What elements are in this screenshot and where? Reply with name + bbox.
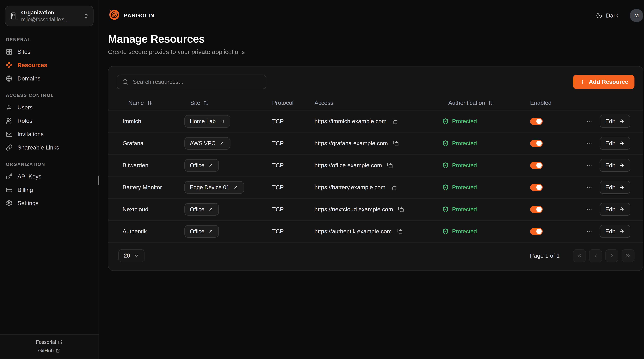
site-name: Home Lab [190, 118, 216, 124]
arrow-up-right-icon [233, 185, 238, 190]
resource-name: Authentik [122, 228, 184, 235]
protocol: TCP [272, 184, 314, 191]
resource-name: Grafana [122, 140, 184, 147]
site-link-button[interactable]: Office [184, 225, 219, 238]
pagination-next-button[interactable] [605, 249, 618, 262]
site-cell: Office [184, 159, 272, 172]
enabled-toggle[interactable] [530, 228, 543, 235]
sidebar-item-domains[interactable]: Domains [6, 72, 92, 85]
column-header-authentication[interactable]: Authentication [442, 100, 530, 106]
enabled-toggle[interactable] [530, 140, 543, 147]
edit-button[interactable]: Edit [600, 159, 630, 172]
plus-icon [579, 79, 586, 85]
pagination-first-button[interactable] [573, 249, 586, 262]
arrow-right-icon [619, 228, 624, 234]
copy-url-button[interactable] [392, 140, 400, 147]
column-label: Name [128, 100, 144, 106]
edit-button[interactable]: Edit [600, 203, 630, 216]
edit-button[interactable]: Edit [600, 181, 630, 194]
row-menu-button[interactable] [584, 182, 594, 192]
enabled-toggle[interactable] [530, 162, 543, 169]
access-cell: https://grafana.example.com [314, 140, 442, 147]
pagination-prev-button[interactable] [589, 249, 602, 262]
sidebar-item-settings[interactable]: Settings [6, 196, 92, 210]
column-header-name[interactable]: Name [122, 100, 184, 106]
arrow-right-icon [619, 206, 624, 212]
site-link-button[interactable]: Office [184, 159, 219, 172]
enabled-toggle[interactable] [530, 118, 543, 125]
row-menu-button[interactable] [584, 116, 594, 126]
sidebar-item-billing[interactable]: Billing [6, 183, 92, 197]
edit-button[interactable]: Edit [600, 137, 630, 150]
chevron-down-icon [134, 253, 139, 258]
org-switcher[interactable]: Organization milo@fossorial.io's ... [5, 6, 94, 26]
footer-link-fossorial[interactable]: Fossorial [36, 339, 63, 345]
section-title-organization: ORGANIZATION [6, 162, 92, 167]
edit-button[interactable]: Edit [600, 225, 630, 238]
shield-check-icon [442, 206, 448, 212]
table-row: Battery Monitor Edge Device 01 TCP https… [108, 176, 643, 198]
copy-url-button[interactable] [391, 118, 398, 125]
footer-link-github[interactable]: GitHub [38, 348, 60, 354]
rows-per-page-select[interactable]: 20 [118, 249, 144, 262]
enabled-cell: Edit [530, 115, 630, 128]
site-link-button[interactable]: Home Lab [184, 115, 230, 128]
sidebar-item-label: API Keys [18, 173, 41, 180]
table-row: Bitwarden Office TCP https://office.exam… [108, 154, 643, 176]
resource-name: Battery Monitor [122, 184, 184, 191]
page-title: Manage Resources [108, 33, 642, 45]
sidebar-item-label: Billing [18, 186, 33, 193]
auth-status: Protected [452, 118, 477, 125]
row-menu-button[interactable] [584, 160, 594, 170]
external-link-icon [58, 340, 62, 344]
copy-url-button[interactable] [390, 184, 397, 191]
sidebar-item-shareable-links[interactable]: Shareable Links [6, 141, 92, 154]
row-actions: Edit [584, 203, 630, 216]
site-link-button[interactable]: AWS VPC [184, 137, 230, 150]
search-input[interactable] [132, 78, 261, 86]
copy-icon [390, 184, 396, 190]
copy-url-button[interactable] [396, 228, 404, 235]
resources-card: Add Resource Name Site Protocol Access [108, 66, 643, 271]
waypoints-icon [6, 62, 12, 68]
pagination-last-button[interactable] [622, 249, 634, 262]
auth-cell: Protected [442, 206, 530, 213]
sidebar-item-users[interactable]: Users [6, 101, 92, 114]
sidebar-item-label: Sites [18, 48, 30, 55]
sidebar-item-roles[interactable]: Roles [6, 114, 92, 128]
sidebar-item-resources[interactable]: Resources [6, 58, 92, 72]
auth-status: Protected [452, 206, 477, 213]
access-url: https://office.example.com [314, 162, 382, 169]
row-menu-button[interactable] [584, 138, 594, 148]
arrow-up-right-icon [208, 229, 214, 234]
sidebar-item-api-keys[interactable]: API Keys [6, 170, 92, 183]
access-url: https://battery.example.com [314, 184, 386, 191]
sidebar-item-invitations[interactable]: Invitations [6, 128, 92, 141]
row-menu-button[interactable] [584, 226, 594, 236]
auth-cell: Protected [442, 140, 530, 147]
moon-icon [596, 12, 603, 19]
enabled-toggle[interactable] [530, 206, 543, 213]
add-resource-button[interactable]: Add Resource [573, 75, 634, 89]
site-link-button[interactable]: Office [184, 203, 219, 216]
column-header-site[interactable]: Site [184, 100, 272, 106]
user-avatar[interactable]: M [630, 9, 643, 22]
org-texts: Organization milo@fossorial.io's ... [21, 9, 79, 23]
copy-url-button[interactable] [386, 162, 394, 169]
site-link-button[interactable]: Edge Device 01 [184, 181, 244, 194]
auth-cell: Protected [442, 162, 530, 169]
resource-name: Nextcloud [122, 206, 184, 213]
auth-status: Protected [452, 162, 477, 169]
site-name: Office [190, 206, 204, 212]
edit-button[interactable]: Edit [600, 115, 630, 128]
external-link-icon [56, 348, 60, 353]
row-menu-button[interactable] [584, 204, 594, 214]
copy-url-button[interactable] [397, 206, 405, 213]
theme-toggle-button[interactable]: Dark [594, 12, 621, 19]
sidebar-item-label: Shareable Links [18, 144, 59, 151]
sidebar-resize-handle[interactable] [98, 176, 100, 185]
enabled-toggle[interactable] [530, 184, 543, 191]
enabled-cell: Edit [530, 137, 630, 150]
sidebar-item-sites[interactable]: Sites [6, 45, 92, 58]
sort-icon [203, 100, 209, 106]
